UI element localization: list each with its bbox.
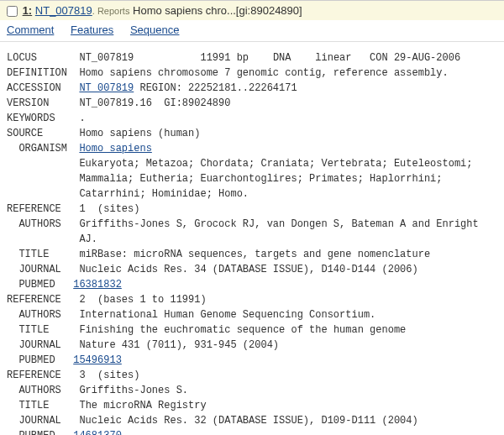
ref3-label: REFERENCE bbox=[7, 369, 61, 381]
definition-value: Homo sapiens chromosome 7 genomic contig… bbox=[79, 67, 448, 79]
nav-tabs: Comment Features Sequence bbox=[0, 20, 504, 42]
accession-region: REGION: 22252181..22264171 bbox=[134, 82, 297, 94]
select-checkbox[interactable] bbox=[7, 6, 18, 17]
reports-label: . Reports bbox=[92, 6, 130, 16]
locus-value: NT_007819 11991 bp DNA linear CON 29-AUG… bbox=[79, 52, 460, 64]
accession-label: ACCESSION bbox=[7, 82, 61, 94]
ref3-title-label: TITLE bbox=[7, 400, 49, 411]
ref2-title-label: TITLE bbox=[7, 324, 49, 336]
ref2-pubmed-link[interactable]: 15496913 bbox=[73, 354, 122, 366]
keywords-label: KEYWORDS bbox=[7, 113, 55, 124]
ref3-pubmed-label: PUBMED bbox=[7, 430, 55, 435]
lineage-1: Eukaryota; Metazoa; Chordata; Craniata; … bbox=[79, 158, 472, 170]
ref1-value: 1 (sites) bbox=[79, 203, 139, 215]
ref1-title-label: TITLE bbox=[7, 249, 49, 260]
ref3-pubmed-link[interactable]: 14681370 bbox=[73, 430, 122, 435]
ref2-journal-label: JOURNAL bbox=[7, 339, 61, 351]
version-value: NT_007819.16 GI:89024890 bbox=[79, 97, 230, 109]
ref3-title-value: The microRNA Registry bbox=[79, 400, 206, 411]
tab-sequence[interactable]: Sequence bbox=[130, 24, 180, 36]
result-index: 1: bbox=[23, 4, 33, 17]
ref1-authors-2: AJ. bbox=[79, 233, 97, 245]
ref1-title-value: miRBase: microRNA sequences, targets and… bbox=[79, 249, 430, 260]
ref1-journal-label: JOURNAL bbox=[7, 264, 61, 275]
ref1-label: REFERENCE bbox=[7, 203, 61, 215]
ref3-value: 3 (sites) bbox=[79, 369, 139, 381]
lineage-3: Catarrhini; Hominidae; Homo. bbox=[79, 188, 249, 200]
ref2-label: REFERENCE bbox=[7, 294, 61, 306]
ref2-pubmed-label: PUBMED bbox=[7, 354, 55, 366]
ref3-authors-label: AUTHORS bbox=[7, 385, 61, 396]
keywords-value: . bbox=[79, 113, 85, 124]
ref2-authors-value: International Human Genome Sequencing Co… bbox=[79, 309, 375, 321]
organism-link[interactable]: Homo sapiens bbox=[79, 143, 151, 155]
source-label: SOURCE bbox=[7, 128, 43, 139]
ref1-pubmed-label: PUBMED bbox=[7, 279, 55, 291]
ref2-journal-value: Nature 431 (7011), 931-945 (2004) bbox=[79, 339, 279, 351]
accession-header-link[interactable]: NT_007819 bbox=[35, 4, 92, 17]
ref1-authors-1: Griffiths-Jones S, Grocock RJ, van Donge… bbox=[79, 218, 478, 230]
ref2-value: 2 (bases 1 to 11991) bbox=[79, 294, 206, 306]
version-label: VERSION bbox=[7, 97, 49, 109]
genbank-record: LOCUS NT_007819 11991 bp DNA linear CON … bbox=[0, 42, 504, 435]
source-value: Homo sapiens (human) bbox=[79, 128, 200, 139]
ref3-journal-value: Nucleic Acids Res. 32 (DATABASE ISSUE), … bbox=[79, 415, 417, 427]
ref2-authors-label: AUTHORS bbox=[7, 309, 61, 321]
ref2-title-value: Finishing the euchromatic sequence of th… bbox=[79, 324, 406, 336]
lineage-2: Mammalia; Eutheria; Euarchontoglires; Pr… bbox=[79, 173, 442, 185]
tab-features[interactable]: Features bbox=[71, 24, 113, 36]
accession-link[interactable]: NT_007819 bbox=[79, 82, 134, 94]
ref1-journal-value: Nucleic Acids Res. 34 (DATABASE ISSUE), … bbox=[79, 264, 417, 275]
definition-label: DEFINITION bbox=[7, 67, 67, 79]
ref1-pubmed-link[interactable]: 16381832 bbox=[73, 279, 122, 291]
ref3-authors-value: Griffiths-Jones S. bbox=[79, 385, 188, 396]
ref1-authors-label: AUTHORS bbox=[7, 218, 61, 230]
organism-label: ORGANISM bbox=[7, 143, 67, 155]
tab-comment[interactable]: Comment bbox=[7, 24, 54, 36]
ref3-journal-label: JOURNAL bbox=[7, 415, 61, 427]
result-header: 1: NT_007819. Reports Homo sapiens chro.… bbox=[0, 0, 504, 20]
result-title: Homo sapiens chro...[gi:89024890] bbox=[133, 4, 302, 17]
locus-label: LOCUS bbox=[7, 52, 37, 64]
